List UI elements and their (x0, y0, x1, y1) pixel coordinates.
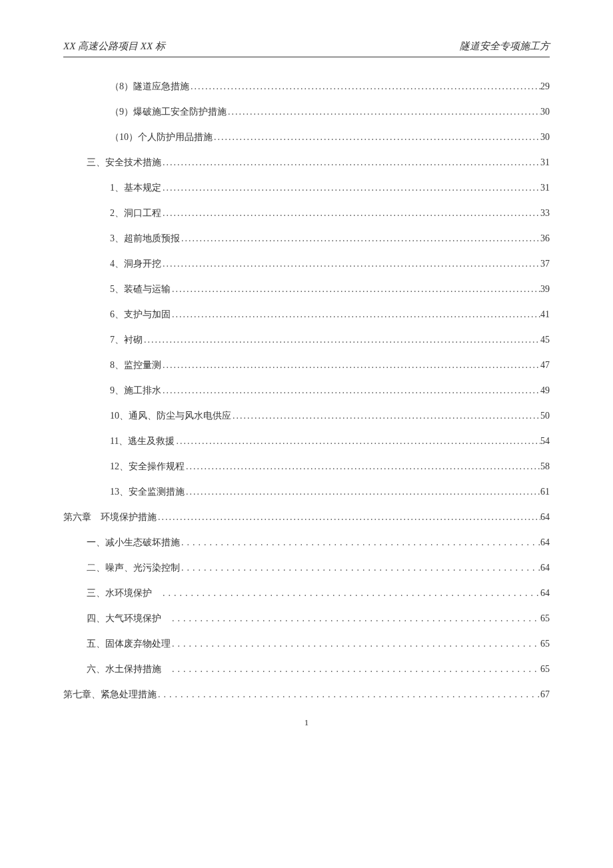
toc-page-number: 31 (540, 157, 550, 168)
toc-page-number: 65 (540, 613, 550, 624)
toc-label: 1、基本规定 (110, 182, 161, 194)
toc-entry: （10）个人防护用品措施30 (63, 131, 550, 143)
toc-entry: 7、衬砌45 (63, 334, 550, 346)
toc-page-number: 47 (540, 360, 550, 371)
toc-entry: 3、超前地质预报36 (63, 233, 550, 245)
toc-label: 10、通风、防尘与风水电供应 (110, 410, 231, 422)
header-right: 隧道安全专项施工方 (460, 40, 550, 53)
toc-entry: （9）爆破施工安全防护措施30 (63, 106, 550, 118)
toc-label: 一、减小生态破坏措施 (87, 537, 180, 549)
toc-entry: 6、支护与加固41 (63, 309, 550, 321)
toc-page-number: 33 (540, 208, 550, 219)
toc-leader-dots (161, 157, 540, 168)
toc-entry: 三、安全技术措施31 (63, 157, 550, 169)
toc-leader-dots (171, 664, 540, 675)
toc-page-number: 65 (540, 664, 550, 675)
toc-label: 四、大气环境保护 (87, 613, 171, 625)
toc-entry: 10、通风、防尘与风水电供应50 (63, 410, 550, 422)
toc-entry: 12、安全操作规程58 (63, 461, 550, 473)
toc-label: 三、水环境保护 (87, 587, 161, 599)
toc-label: 二、噪声、光污染控制 (87, 562, 180, 574)
page-number: 1 (305, 717, 309, 727)
toc-label: 7、衬砌 (110, 334, 143, 346)
toc-entry: 三、水环境保护 64 (63, 587, 550, 599)
toc-page-number: 45 (540, 335, 550, 345)
toc-leader-dots (231, 411, 540, 421)
toc-label: 4、洞身开挖 (110, 258, 161, 270)
toc-page-number: 41 (540, 309, 550, 320)
toc-entry: 8、监控量测47 (63, 359, 550, 371)
toc-leader-dots (180, 563, 540, 573)
toc-page-number: 64 (540, 512, 550, 523)
toc-entry: 一、减小生态破坏措施 64 (63, 537, 550, 549)
toc-leader-dots (227, 107, 540, 117)
toc-leader-dots (171, 309, 540, 320)
toc-leader-dots (157, 512, 540, 523)
toc-label: 12、安全操作规程 (110, 461, 185, 473)
table-of-contents: （8）隧道应急措施29（9）爆破施工安全防护措施30（10）个人防护用品措施30… (63, 81, 550, 701)
toc-entry: 五、固体废弃物处理 65 (63, 638, 550, 650)
page-footer: 1 (63, 717, 550, 728)
toc-label: 第七章、紧急处理措施 (63, 689, 157, 701)
toc-leader-dots (171, 639, 540, 649)
toc-page-number: 61 (540, 487, 550, 497)
toc-label: 2、洞口工程 (110, 207, 161, 219)
toc-label: 5、装碴与运输 (110, 283, 171, 295)
toc-leader-dots (161, 588, 540, 599)
toc-page-number: 30 (540, 132, 550, 143)
toc-leader-dots (161, 385, 540, 396)
toc-label: 6、支护与加固 (110, 309, 171, 321)
toc-page-number: 64 (540, 563, 550, 573)
toc-page-number: 64 (540, 537, 550, 548)
toc-label: 9、施工排水 (110, 385, 161, 397)
toc-label: 8、监控量测 (110, 359, 161, 371)
toc-leader-dots (180, 537, 540, 548)
toc-page-number: 31 (540, 183, 550, 193)
toc-page-number: 29 (540, 81, 550, 92)
toc-label: （8）隧道应急措施 (110, 81, 189, 93)
toc-leader-dots (189, 81, 540, 92)
toc-entry: 第七章、紧急处理措施 67 (63, 689, 550, 701)
toc-page-number: 39 (540, 284, 550, 295)
toc-leader-dots (143, 335, 540, 345)
toc-page-number: 37 (540, 259, 550, 269)
toc-leader-dots (171, 613, 540, 624)
toc-label: （10）个人防护用品措施 (110, 131, 213, 143)
toc-entry: 13、安全监测措施61 (63, 486, 550, 498)
toc-leader-dots (185, 461, 540, 472)
toc-leader-dots (175, 436, 540, 447)
toc-page-number: 49 (540, 385, 550, 396)
toc-leader-dots (171, 284, 540, 295)
toc-leader-dots (161, 259, 540, 269)
toc-label: 六、水土保持措施 (87, 663, 171, 675)
toc-leader-dots (161, 360, 540, 371)
toc-leader-dots (157, 689, 540, 700)
header-left: XX 高速公路项目 XX 标 (63, 40, 165, 53)
toc-page-number: 65 (540, 639, 550, 649)
page-header: XX 高速公路项目 XX 标 隧道安全专项施工方 (63, 40, 550, 57)
toc-entry: 六、水土保持措施 65 (63, 663, 550, 675)
toc-entry: 二、噪声、光污染控制 64 (63, 562, 550, 574)
toc-page-number: 50 (540, 411, 550, 421)
toc-entry: 11、逃生及救援54 (63, 435, 550, 447)
toc-entry: 9、施工排水49 (63, 385, 550, 397)
toc-leader-dots (161, 183, 540, 193)
toc-leader-dots (161, 208, 540, 219)
toc-page-number: 36 (540, 233, 550, 244)
toc-label: 11、逃生及救援 (110, 435, 175, 447)
toc-entry: 4、洞身开挖37 (63, 258, 550, 270)
toc-label: 3、超前地质预报 (110, 233, 180, 245)
toc-entry: 四、大气环境保护 65 (63, 613, 550, 625)
toc-page-number: 67 (540, 689, 550, 700)
toc-label: 13、安全监测措施 (110, 486, 185, 498)
toc-page-number: 54 (540, 436, 550, 447)
toc-leader-dots (213, 132, 540, 143)
toc-entry: 第六章 环境保护措施 64 (63, 511, 550, 523)
toc-label: 五、固体废弃物处理 (87, 638, 171, 650)
toc-entry: （8）隧道应急措施29 (63, 81, 550, 93)
toc-label: 第六章 环境保护措施 (63, 511, 157, 523)
toc-entry: 5、装碴与运输39 (63, 283, 550, 295)
toc-page-number: 58 (540, 461, 550, 472)
toc-leader-dots (185, 487, 540, 497)
toc-page-number: 64 (540, 588, 550, 599)
